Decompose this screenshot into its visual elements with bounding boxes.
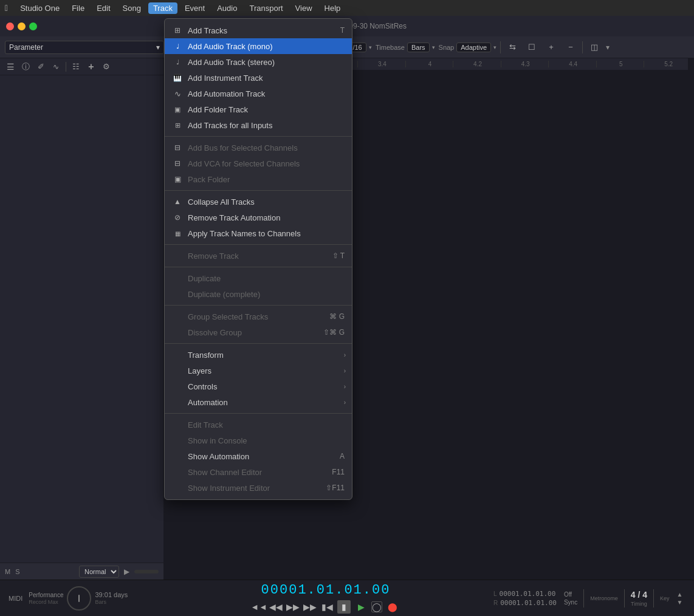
zoom-out-button[interactable]: − (563, 39, 579, 55)
loop-toggle-button[interactable]: ◯ (371, 601, 382, 612)
menu-item-duplicate: Duplicate (165, 270, 352, 286)
menu-item-add-audio-mono[interactable]: ♩ Add Audio Track (mono) (165, 38, 352, 54)
knob-indicator (78, 595, 80, 602)
menu-edit[interactable]: Edit (92, 2, 115, 14)
add-inputs-icon: ⊞ (172, 120, 183, 131)
remove-automation-icon: ⊘ (172, 212, 183, 223)
menu-event[interactable]: Event (180, 2, 210, 14)
audio-stereo-icon: ♩ (172, 56, 183, 67)
show-instrument-icon (172, 482, 183, 493)
transport-right: L 00001.01.01.00 R 00001.01.01.00 Off Sy… (487, 589, 694, 607)
play-button[interactable]: ▶ (354, 600, 368, 614)
divider-6 (165, 343, 352, 344)
mode-select[interactable]: Normal (79, 566, 119, 578)
play-back-button[interactable]: ▶▶ (286, 600, 300, 614)
transport-time-display[interactable]: 00001.01.01.00 (261, 583, 391, 598)
tempo-knob[interactable] (67, 586, 91, 611)
transform-submenu-arrow: › (344, 352, 346, 358)
menu-view[interactable]: View (290, 2, 317, 14)
menu-help[interactable]: Help (320, 2, 346, 14)
key-group: Key (660, 595, 670, 601)
volume-slider[interactable] (134, 570, 159, 573)
collapse-icon: ▲ (172, 196, 183, 207)
menu-section-show: Edit Track Show in Console Show Automati… (165, 416, 352, 497)
loop-button[interactable]: ⇆ (504, 39, 520, 55)
menu-item-show-automation[interactable]: Show Automation A (165, 448, 352, 464)
fast-rewind-button[interactable]: ◀◀ (269, 600, 283, 614)
divider-1 (165, 136, 352, 137)
stop-button[interactable]: ▮ (337, 600, 351, 614)
menu-item-layers[interactable]: Layers › (165, 363, 352, 378)
record-button[interactable]: ⬤ (386, 600, 399, 614)
list-view-button[interactable]: ☰ (4, 60, 17, 74)
menu-item-add-instrument[interactable]: 🎹 Add Instrument Track (165, 70, 352, 86)
menu-item-edit-track: Edit Track (165, 417, 352, 433)
menu-item-controls[interactable]: Controls › (165, 378, 352, 394)
menu-item-show-console: Show in Console (165, 433, 352, 448)
down-arrow-button[interactable]: ▼ (676, 599, 682, 606)
menu-item-show-channel-editor: Show Channel Editor F11 (165, 464, 352, 480)
info-button[interactable]: ⓘ (19, 60, 32, 74)
transport-buttons: ◄◄ ◀◀ ▶▶ ▶▶ ▮◀ ▮ ▶ ◯ ⬤ (252, 600, 399, 614)
remove-track-icon (172, 250, 183, 261)
goto-start-button[interactable]: ▮◀ (320, 600, 334, 614)
menu-section-bus: ⊟ Add Bus for Selected Channels ⊟ Add VC… (165, 139, 352, 188)
ruler-mark-7: 4.3 (501, 61, 549, 67)
menu-item-collapse-all[interactable]: ▲ Collapse All Tracks (165, 194, 352, 210)
apple-menu[interactable]:  (5, 3, 8, 13)
zoom-in-button[interactable]: + (543, 39, 559, 55)
close-button[interactable] (6, 22, 14, 30)
wave-button[interactable]: ∿ (49, 60, 63, 74)
add-track-button[interactable]: + (84, 60, 98, 74)
sync-info: Off Sync (564, 591, 577, 606)
menu-item-transform[interactable]: Transform › (165, 347, 352, 363)
minimize-button[interactable] (18, 22, 26, 30)
menu-transport[interactable]: Transport (244, 2, 287, 14)
horizontal-scrollbar[interactable] (164, 573, 694, 580)
menu-section-group: Group Selected Tracks ⌘ G Dissolve Group… (165, 307, 352, 341)
vca-icon: ⊟ (172, 158, 183, 169)
menu-item-remove-automation[interactable]: ⊘ Remove Track Automation (165, 210, 352, 225)
menu-song[interactable]: Song (118, 2, 146, 14)
menu-audio[interactable]: Audio (212, 2, 242, 14)
rewind-button[interactable]: ◄◄ (252, 600, 266, 614)
fast-forward-button[interactable]: ▶▶ (303, 600, 317, 614)
automation-sub-icon (172, 397, 183, 408)
parameter-select[interactable]: Parameter ▾ (5, 41, 164, 54)
tracks-list-button[interactable]: ☷ (69, 60, 83, 74)
menu-item-show-instrument-editor: Show Instrument Editor ⇧F11 (165, 480, 352, 496)
menu-item-add-automation[interactable]: ∿ Add Automation Track (165, 86, 352, 101)
grid-button[interactable]: ◫ (586, 39, 602, 55)
ruler-mark-4: 3.4 (357, 61, 405, 67)
transport-left: MIDI Performance Record Max 39:01 days B… (0, 586, 164, 611)
transform-icon (172, 349, 183, 360)
up-arrow-button[interactable]: ▲ (676, 591, 682, 598)
audio-mono-icon: ♩ (172, 41, 183, 52)
menu-file[interactable]: File (67, 2, 89, 14)
menu-track[interactable]: Track (148, 2, 177, 14)
group-icon (172, 311, 183, 322)
ruler-mark-10: 5.2 (644, 61, 692, 67)
timesig-group: 4 / 4 Timing (631, 590, 647, 607)
midi-info: Performance Record Max (29, 592, 63, 605)
maximize-button[interactable] (29, 22, 37, 30)
settings-button[interactable]: ⚙ (100, 60, 113, 74)
automation-icon: ∿ (172, 88, 183, 99)
automation-submenu-arrow: › (344, 399, 346, 406)
transport-center: 00001.01.01.00 ◄◄ ◀◀ ▶▶ ▶▶ ▮◀ ▮ ▶ ◯ ⬤ (164, 583, 487, 614)
divider-5 (165, 305, 352, 306)
edit-button[interactable]: ✐ (34, 60, 47, 74)
menu-item-automation[interactable]: Automation › (165, 394, 352, 410)
menu-item-add-tracks-inputs[interactable]: ⊞ Add Tracks for all Inputs (165, 117, 352, 133)
menu-studioone[interactable]: Studio One (15, 2, 64, 14)
menu-item-add-audio-stereo[interactable]: ♩ Add Audio Track (stereo) (165, 54, 352, 70)
vertical-scrollbar[interactable] (688, 58, 694, 573)
menu-item-add-tracks[interactable]: ⊞ Add Tracks T (165, 22, 352, 38)
punch-button[interactable]: ☐ (524, 39, 540, 55)
menu-section-duplicate: Duplicate Duplicate (complete) (165, 269, 352, 303)
pack-folder-icon: ▣ (172, 174, 183, 185)
edit-track-icon (172, 419, 183, 430)
divider-2 (165, 190, 352, 191)
menu-item-apply-names[interactable]: ▦ Apply Track Names to Channels (165, 225, 352, 241)
menu-item-add-folder[interactable]: ▣ Add Folder Track (165, 101, 352, 117)
